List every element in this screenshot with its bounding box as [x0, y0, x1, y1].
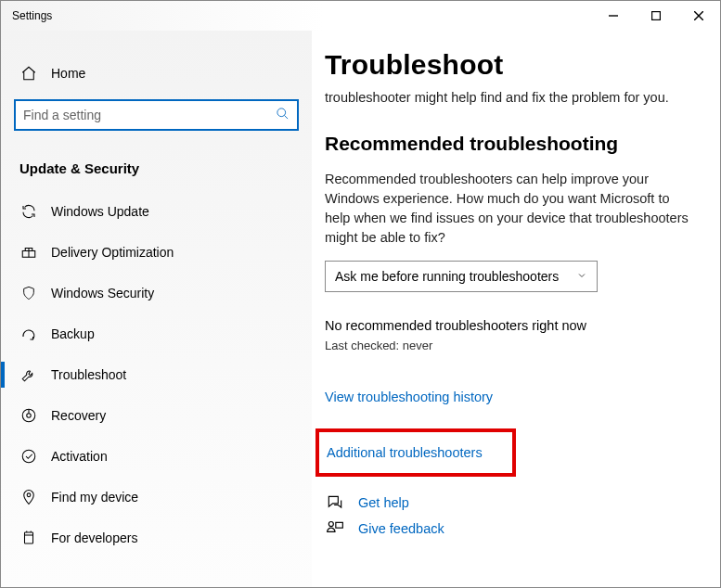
home-icon: [19, 65, 38, 82]
svg-rect-1: [652, 12, 661, 20]
sidebar-item-find-my-device[interactable]: Find my device: [1, 477, 312, 518]
svg-rect-18: [336, 523, 343, 529]
sidebar-item-label: Backup: [51, 326, 95, 341]
main-panel: Troubleshoot troubleshooter might help f…: [312, 31, 720, 587]
give-feedback-link[interactable]: Give feedback: [358, 521, 444, 536]
history-link[interactable]: View troubleshooting history: [325, 390, 698, 404]
lead-text: troubleshooter might help find and fix t…: [325, 88, 698, 107]
additional-troubleshooters-link[interactable]: Additional troubleshooters: [327, 445, 483, 460]
sidebar-item-label: Windows Security: [51, 286, 154, 300]
sidebar-item-label: Find my device: [51, 490, 138, 505]
backup-icon: [19, 326, 38, 342]
titlebar: Settings: [1, 1, 720, 31]
pin-icon: [19, 489, 38, 505]
svg-line-5: [284, 115, 288, 119]
sidebar-item-label: Troubleshoot: [51, 367, 126, 382]
wrench-icon: [19, 366, 38, 383]
sidebar-item-windows-update[interactable]: Windows Update: [1, 191, 312, 232]
get-help-row[interactable]: Get help: [325, 493, 698, 512]
svg-rect-13: [25, 532, 33, 543]
sidebar-item-delivery-optimization[interactable]: Delivery Optimization: [1, 232, 312, 273]
search-input[interactable]: [14, 99, 299, 131]
sidebar-item-for-developers[interactable]: For developers: [1, 518, 312, 558]
sidebar-item-troubleshoot[interactable]: Troubleshoot: [1, 354, 312, 395]
close-button[interactable]: [677, 1, 720, 31]
minimize-button[interactable]: [592, 1, 635, 31]
sidebar-item-recovery[interactable]: Recovery: [1, 395, 312, 436]
svg-point-11: [22, 450, 35, 463]
sidebar-item-label: Delivery Optimization: [51, 245, 174, 260]
home-label: Home: [51, 66, 85, 81]
svg-point-12: [27, 493, 31, 497]
section-body: Recommended troubleshooters can help imp…: [325, 170, 698, 248]
chevron-down-icon: [576, 269, 587, 284]
sidebar-item-label: Activation: [51, 449, 108, 464]
feedback-icon: [325, 519, 345, 538]
dropdown-value: Ask me before running troubleshooters: [335, 269, 569, 284]
maximize-button[interactable]: [635, 1, 677, 31]
sync-icon: [19, 203, 38, 220]
sidebar-item-label: Recovery: [51, 408, 106, 423]
chat-icon: [325, 493, 345, 512]
sidebar-item-activation[interactable]: Activation: [1, 436, 312, 477]
sidebar-item-label: For developers: [51, 530, 137, 545]
shield-icon: [19, 285, 38, 301]
search-icon: [276, 107, 290, 123]
highlight-box: Additional troubleshooters: [315, 428, 516, 477]
section-heading: Recommended troubleshooting: [325, 133, 698, 155]
give-feedback-row[interactable]: Give feedback: [325, 519, 698, 538]
svg-point-9: [27, 414, 32, 418]
home-nav[interactable]: Home: [1, 53, 312, 94]
svg-point-17: [328, 522, 333, 527]
category-heading: Update & Security: [1, 140, 312, 191]
troubleshoot-preference-dropdown[interactable]: Ask me before running troubleshooters: [325, 261, 598, 292]
recovery-icon: [19, 407, 38, 424]
page-title: Troubleshoot: [325, 49, 698, 81]
last-checked-text: Last checked: never: [325, 339, 698, 352]
sidebar-item-windows-security[interactable]: Windows Security: [1, 273, 312, 313]
activation-icon: [19, 448, 38, 465]
sidebar-item-backup[interactable]: Backup: [1, 313, 312, 354]
window-title: Settings: [12, 9, 592, 22]
svg-point-4: [277, 109, 286, 117]
sidebar: Home Update & Security Windows Update: [1, 31, 312, 587]
delivery-icon: [19, 244, 38, 261]
dev-icon: [19, 530, 38, 546]
search-field[interactable]: [23, 108, 276, 122]
get-help-link[interactable]: Get help: [358, 495, 409, 510]
status-text: No recommended troubleshooters right now: [325, 318, 698, 333]
sidebar-item-label: Windows Update: [51, 204, 149, 219]
